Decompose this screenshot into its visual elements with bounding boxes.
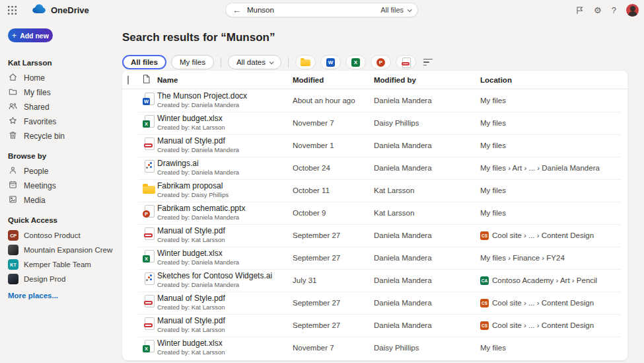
table-row[interactable]: Fabrikam proposal Created by: Daisy Phil… [122, 179, 627, 202]
table-row[interactable]: Manual of Style.pdf Created by: Kat Lars… [122, 292, 627, 314]
search-scope-dropdown[interactable]: All files [380, 6, 411, 14]
folder-icon [8, 87, 18, 99]
file-created-by: Created by: Kat Larsson [157, 303, 293, 311]
sidebar-item-meetings[interactable]: Meetings [8, 179, 117, 193]
modified-date: October 9 [293, 209, 374, 217]
app-launcher-waffle-icon[interactable] [7, 5, 17, 15]
modified-date: October 24 [293, 164, 374, 172]
sidebar-item-my-files[interactable]: My files [8, 85, 117, 100]
folder-icon [301, 58, 310, 66]
file-name[interactable]: Manual of Style.pdf [157, 317, 293, 325]
file-name[interactable]: Fabrikam proposal [157, 182, 293, 190]
more-places-link[interactable]: More places... [8, 292, 117, 300]
help-icon[interactable]: ? [612, 6, 616, 15]
settings-gear-icon[interactable]: ⚙ [594, 6, 602, 15]
table-row[interactable]: Manual of Style.pdf Created by: Kat Lars… [122, 224, 627, 247]
location-cell[interactable]: My files [480, 97, 627, 104]
filter-pill-all-files[interactable]: All files [122, 55, 166, 69]
file-name[interactable]: Manual of Style.pdf [157, 227, 293, 235]
table-row[interactable]: Winter budget.xlsx Created by: Daniela M… [122, 247, 627, 269]
divider [288, 58, 289, 67]
sidebar: + Add new Kat Larsson Home My files Shar… [0, 20, 122, 363]
search-back-arrow-icon[interactable]: ← [233, 6, 241, 15]
location-cell[interactable]: My files › Art › ... › Daniela Mandera [480, 164, 627, 172]
file-name[interactable]: Manual of Style.pdf [157, 294, 293, 303]
search-input[interactable]: Munson [247, 6, 380, 14]
location-cell[interactable]: My files [480, 186, 627, 194]
select-all-checkbox[interactable] [127, 75, 129, 85]
column-header-name[interactable]: Name [157, 76, 293, 84]
user-avatar[interactable] [626, 4, 639, 17]
column-header-modified-by[interactable]: Modified by [374, 76, 480, 84]
site-avatar: KT [8, 259, 18, 270]
excel-file-icon [142, 249, 157, 264]
location-cell[interactable]: My files › Finance › FY24 [480, 254, 627, 262]
file-name[interactable]: Winter budget.xlsx [157, 114, 293, 123]
feedback-flag-icon[interactable] [575, 6, 584, 15]
file-type-column-icon[interactable] [142, 74, 157, 85]
location-cell[interactable]: My files [480, 141, 627, 149]
location-breadcrumb: My files [480, 344, 506, 352]
modified-date: September 27 [293, 321, 374, 329]
file-name[interactable]: Winter budget.xlsx [157, 339, 293, 348]
pdf-file-icon [142, 137, 157, 151]
location-cell[interactable]: My files [480, 344, 627, 352]
person-icon [8, 165, 18, 177]
file-name[interactable]: The Munson Project.docx [157, 92, 293, 101]
table-row[interactable]: The Munson Project.docx Created by: Dani… [122, 89, 627, 112]
brand[interactable]: OneDrive [32, 4, 89, 16]
file-name[interactable]: Sketches for Contoso Widgets.ai [157, 272, 293, 280]
location-breadcrumb: My files [480, 119, 506, 127]
sidebar-item-home[interactable]: Home [8, 71, 117, 85]
quick-access-item-mountain-expansion-crew[interactable]: Mountain Expansion Crew [8, 243, 117, 257]
table-row[interactable]: Sketches for Contoso Widgets.ai Created … [122, 269, 627, 292]
sidebar-item-media[interactable]: Media [8, 193, 117, 208]
location-breadcrumb: My files › Finance › FY24 [480, 254, 565, 262]
location-cell[interactable]: CS Cool site › ... › Content Design [480, 321, 627, 330]
modified-by: Daniela Mandera [374, 299, 480, 307]
search-box[interactable]: ← Munson All files [225, 3, 418, 17]
location-cell[interactable]: My files [480, 119, 627, 127]
quick-access-item-contoso-product[interactable]: CP Contoso Product [8, 228, 117, 243]
sidebar-item-shared[interactable]: Shared [8, 100, 117, 114]
location-cell[interactable]: CS Cool site › ... › Content Design [480, 299, 627, 307]
add-new-button[interactable]: + Add new [8, 28, 53, 42]
file-created-by: Created by: Daniela Mandera [157, 169, 293, 177]
sidebar-item-favorites[interactable]: Favorites [8, 114, 117, 129]
filter-type-powerpoint-button[interactable]: P [371, 55, 391, 69]
filter-pill-my-files[interactable]: My files [171, 55, 214, 69]
file-created-by: Created by: Kat Larsson [157, 348, 293, 356]
table-row[interactable]: Manual of Style.pdf Created by: Kat Lars… [122, 314, 627, 337]
results-table: Name Modified Modified by Location The M… [122, 71, 627, 360]
filter-type-pdf-button[interactable] [396, 55, 416, 69]
location-cell[interactable]: My files [480, 209, 627, 217]
modified-by: Daniela Mandera [374, 141, 480, 149]
file-name[interactable]: Manual of Style.pdf [157, 137, 293, 145]
column-header-modified[interactable]: Modified [293, 76, 374, 84]
table-row[interactable]: Fabrikam schematic.pptx Created by: Dani… [122, 202, 627, 224]
filter-type-word-button[interactable]: W [320, 55, 341, 69]
location-cell[interactable]: CS Cool site › ... › Content Design [480, 231, 627, 240]
filters-icon[interactable] [423, 59, 433, 65]
sidebar-item-recycle-bin[interactable]: Recycle bin [8, 129, 117, 143]
filter-type-excel-button[interactable]: X [345, 55, 366, 69]
location-breadcrumb: Cool site › ... › Content Design [492, 321, 594, 329]
excel-file-icon [142, 339, 157, 354]
table-row[interactable]: Manual of Style.pdf Created by: Daniela … [122, 134, 627, 157]
location-site-badge: CA [480, 276, 489, 285]
sidebar-item-people[interactable]: People [8, 164, 117, 179]
filter-pill-all-dates[interactable]: All dates [228, 55, 281, 69]
file-name[interactable]: Winter budget.xlsx [157, 249, 293, 258]
table-row[interactable]: Winter budget.xlsx Created by: Kat Larss… [122, 112, 627, 134]
quick-access-item-design-prod[interactable]: Design Prod [8, 272, 117, 286]
table-row[interactable]: Drawings.ai Created by: Daniela Mandera … [122, 157, 627, 179]
file-name[interactable]: Fabrikam schematic.pptx [157, 204, 293, 213]
quick-access-item-kemper-table-team[interactable]: KT Kemper Table Team [8, 257, 117, 272]
filter-type-folder-button[interactable] [295, 55, 316, 69]
column-header-location[interactable]: Location [480, 76, 627, 84]
table-row[interactable]: Winter budget.xlsx Created by: Kat Larss… [122, 337, 627, 359]
file-created-by: Created by: Kat Larsson [157, 124, 293, 132]
image-icon [8, 194, 18, 206]
file-name[interactable]: Drawings.ai [157, 159, 293, 168]
location-cell[interactable]: CA Contoso Academy › Art › Pencil [480, 276, 627, 285]
